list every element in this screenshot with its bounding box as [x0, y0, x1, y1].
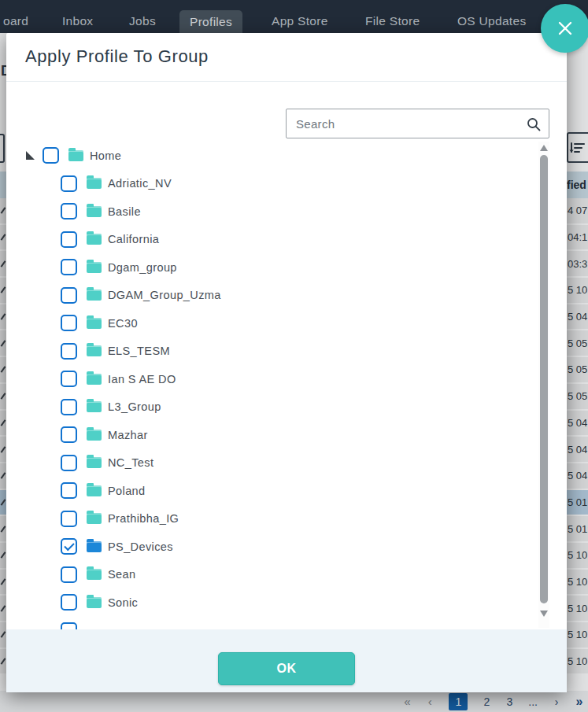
folder-icon — [87, 401, 102, 412]
tree-checkbox[interactable] — [61, 175, 77, 192]
search-input[interactable] — [287, 109, 549, 138]
tree-item[interactable]: Poland — [6, 477, 538, 505]
tree-item-label: NC_Test — [108, 456, 153, 469]
scroll-up-icon[interactable] — [540, 145, 548, 151]
tree-item[interactable]: Sonic — [6, 588, 538, 617]
tree-item[interactable]: California — [6, 226, 538, 254]
tree-checkbox[interactable] — [61, 455, 77, 471]
folder-icon — [87, 262, 102, 273]
tree-item-label: Basile — [108, 205, 141, 218]
tree-item[interactable]: Sean — [6, 561, 538, 589]
tree-item-label: Sonic — [108, 596, 138, 609]
tree-item[interactable]: Dgam_group — [6, 253, 538, 282]
ok-button[interactable]: OK — [218, 652, 355, 685]
tree-item-label: L3_Group — [108, 400, 161, 413]
apply-profile-modal: Apply Profile To Group Home Adriati — [6, 33, 567, 692]
folder-icon — [87, 206, 102, 217]
folder-icon — [68, 150, 83, 161]
tree-checkbox[interactable] — [61, 371, 77, 387]
tree-item[interactable]: L3_Group — [6, 393, 538, 422]
tree-item[interactable]: EC30 — [6, 309, 538, 338]
tree-checkbox[interactable] — [61, 343, 77, 360]
folder-icon — [87, 178, 102, 189]
tree-item-label: California — [108, 233, 159, 245]
screen: oardInboxJobsProfilesApp StoreFile Store… — [0, 0, 588, 712]
tree-item-label: ELS_TESM — [108, 345, 170, 357]
tree-checkbox[interactable] — [61, 566, 77, 583]
tree-item-label: Mazhar — [108, 429, 148, 441]
folder-icon — [87, 513, 102, 524]
collapse-caret-icon[interactable] — [26, 151, 35, 160]
tree-item-label: Adriatic_NV — [108, 177, 172, 190]
folder-icon — [87, 569, 102, 580]
tree-item[interactable]: ELS_TESM — [6, 338, 538, 366]
tree-item-label: EC30 — [108, 317, 138, 330]
folder-icon — [87, 290, 102, 301]
tree-item-label: Prathibha_IG — [108, 512, 179, 525]
group-tree: Home Adriatic_NV Basile California — [6, 142, 538, 629]
tree-item-label: Poland — [108, 485, 146, 497]
scrollbar-thumb[interactable] — [540, 155, 548, 603]
tree-item[interactable]: Basile — [6, 197, 538, 226]
tree-scrollbar — [538, 142, 549, 628]
folder-icon — [87, 234, 102, 245]
tree-checkbox[interactable] — [61, 511, 77, 527]
tree-checkbox[interactable] — [61, 482, 77, 499]
folder-icon — [87, 597, 102, 608]
tree-item-home[interactable]: Home — [6, 142, 538, 170]
tree-item[interactable]: Mazhar — [6, 421, 538, 449]
tree-checkbox[interactable] — [61, 538, 77, 555]
tree-checkbox[interactable] — [61, 622, 77, 629]
modal-title: Apply Profile To Group — [25, 46, 209, 67]
search-icon[interactable] — [526, 116, 542, 132]
tree-item-label: DGAM_Group_Uzma — [108, 289, 221, 301]
tree-item-partial[interactable] — [6, 617, 538, 630]
tree-item-label: PS_Devices — [108, 540, 173, 553]
folder-icon — [87, 541, 102, 552]
folder-icon — [87, 345, 102, 356]
tree-item[interactable]: NC_Test — [6, 449, 538, 478]
modal-footer: OK — [6, 629, 567, 692]
tree-checkbox[interactable] — [61, 203, 77, 220]
tree-item-label: Home — [90, 149, 121, 162]
tree-checkbox[interactable] — [61, 315, 77, 331]
tree-item-label: Sean — [108, 568, 135, 581]
scroll-down-icon[interactable] — [540, 611, 548, 617]
divider — [6, 81, 567, 82]
close-icon — [555, 18, 575, 39]
tree-checkbox[interactable] — [61, 399, 77, 415]
tree-checkbox[interactable] — [61, 594, 77, 611]
folder-icon — [87, 485, 102, 496]
tree-item[interactable]: Prathibha_IG — [6, 505, 538, 533]
tree-item[interactable]: DGAM_Group_Uzma — [6, 282, 538, 310]
tree-checkbox[interactable] — [61, 287, 77, 304]
folder-icon — [87, 374, 102, 385]
close-button[interactable] — [541, 4, 588, 53]
folder-icon — [87, 430, 102, 441]
tree-item[interactable]: PS_Devices — [6, 533, 538, 561]
tree-checkbox[interactable] — [61, 259, 77, 275]
tree-checkbox[interactable] — [61, 231, 77, 248]
folder-icon — [87, 457, 102, 468]
search-box — [286, 109, 549, 138]
tree-item[interactable]: Adriatic_NV — [6, 170, 538, 198]
folder-icon — [87, 318, 102, 329]
tree-item-label: Ian S AE DO — [108, 373, 176, 386]
tree-checkbox[interactable] — [61, 426, 77, 443]
tree-checkbox[interactable] — [43, 147, 59, 164]
tree-item[interactable]: Ian S AE DO — [6, 365, 538, 393]
tree-item-label: Dgam_group — [108, 261, 177, 274]
